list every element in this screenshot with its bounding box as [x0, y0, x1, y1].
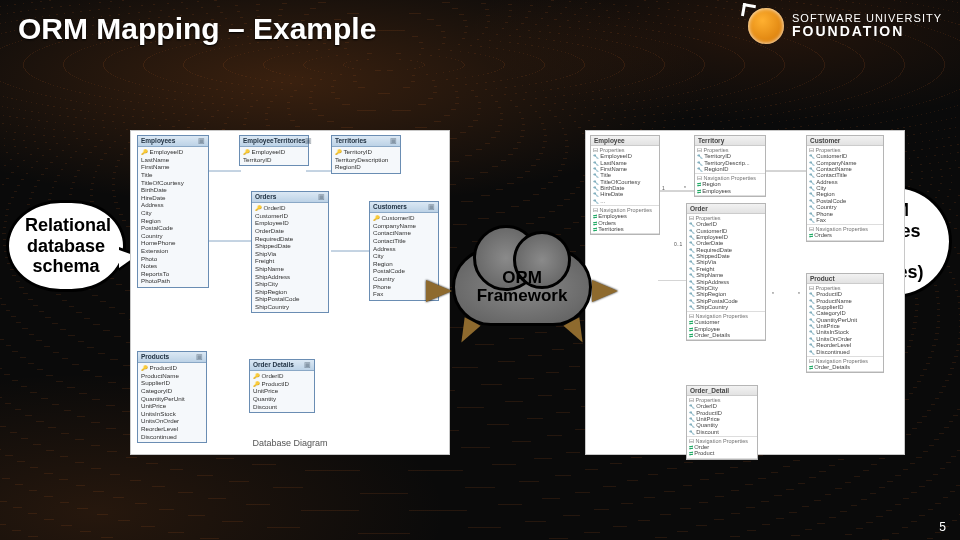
db-schema-panel: Employees EmployeeIDLastNameFirstNameTit… [130, 130, 450, 455]
orm-framework-cloud: ORM Framework [452, 248, 592, 326]
field: ContactName [373, 229, 435, 237]
field: RequiredDate [255, 234, 325, 242]
field: ShipName [255, 265, 325, 273]
entities-panel: Employee PropertiesEmployeeIDLastNameFir… [585, 130, 905, 455]
field: Orders [809, 232, 881, 238]
field: FirstName [141, 163, 205, 171]
field: EmployeeID [141, 148, 205, 156]
table-order-details: Order Details OrderIDProductIDUnitPriceQ… [249, 359, 315, 413]
field: RegionID [697, 166, 763, 172]
table-employees: Employees EmployeeIDLastNameFirstNameTit… [137, 135, 209, 288]
field: TitleOfCourtesy [141, 178, 205, 186]
entity-customer: Customer PropertiesCustomerIDCompanyName… [806, 135, 884, 242]
table-orders: Orders OrderIDCustomerIDEmployeeIDOrderD… [251, 191, 329, 313]
field: PostalCode [141, 224, 205, 232]
cardinality: 0..1 [674, 241, 682, 247]
cardinality: 1 [662, 185, 665, 191]
field: OrderID [255, 204, 325, 212]
field: ... [593, 198, 657, 204]
table-emp-territories: EmployeeTerritories EmployeeIDTerritoryI… [239, 135, 309, 166]
field: UnitsOnOrder [141, 417, 203, 425]
field: Photo [141, 254, 205, 262]
arrow-out-cloud-icon [592, 280, 618, 302]
field: EmployeeID [243, 148, 305, 156]
field: OrderID [253, 372, 311, 380]
field: Country [141, 232, 205, 240]
field: TerritoryDescription [335, 156, 397, 164]
softuni-logo: SOFTWARE UNIVERSITY FOUNDATION [748, 8, 942, 44]
field: ShipCountry [255, 303, 325, 311]
field: ContactTitle [373, 237, 435, 245]
slide-title: ORM Mapping – Example [18, 12, 376, 46]
entity-product: Product PropertiesProductIDProductNameSu… [806, 273, 884, 373]
field: ShipAddress [255, 272, 325, 280]
bubble-db-schema: Relational database schema [6, 200, 126, 292]
field: OrderDate [255, 227, 325, 235]
field: Fax [809, 217, 881, 223]
bubble-left-l2: database [25, 236, 107, 257]
field: UnitPrice [253, 387, 311, 395]
field: TerritoryID [243, 156, 305, 164]
field: UnitsInStock [141, 410, 203, 418]
field: City [373, 252, 435, 260]
entity-order-detail: Order_Detail PropertiesOrderIDProductIDU… [686, 385, 758, 460]
cardinality: * [772, 291, 774, 297]
field: HomePhone [141, 239, 205, 247]
bulb-icon [748, 8, 784, 44]
field: PostalCode [373, 267, 435, 275]
field: QuantityPerUnit [141, 394, 203, 402]
field: CustomerID [255, 212, 325, 220]
field: Discount [253, 402, 311, 410]
field: Extension [141, 247, 205, 255]
entity-territory: Territory PropertiesTerritoryIDTerritory… [694, 135, 766, 197]
field: CompanyName [373, 222, 435, 230]
cloud-l1: ORM [502, 269, 542, 287]
field: EmployeeID [255, 219, 325, 227]
field: BirthDate [141, 186, 205, 194]
field: Address [373, 244, 435, 252]
field: ShipVia [255, 250, 325, 258]
bubble-left-l1: Relational [25, 215, 107, 236]
field: Order_Details [689, 332, 763, 338]
field: Quantity [253, 395, 311, 403]
field: Notes [141, 262, 205, 270]
entity-order: Order PropertiesOrderIDCustomerIDEmploye… [686, 203, 766, 341]
field: Title [141, 171, 205, 179]
field: CustomerID [373, 214, 435, 222]
field: Freight [255, 257, 325, 265]
entity-employee: Employee PropertiesEmployeeIDLastNameFir… [590, 135, 660, 235]
bubble-left-l3: schema [25, 256, 107, 277]
field: Order_Details [809, 364, 881, 370]
field: ShipPostalCode [255, 295, 325, 303]
field: Region [141, 216, 205, 224]
field: ShippedDate [255, 242, 325, 250]
field: ReorderLevel [141, 425, 203, 433]
cloud-l2: Framework [477, 287, 568, 305]
field: Product [689, 450, 755, 456]
field: LastName [141, 156, 205, 164]
cardinality: * [684, 185, 686, 191]
field: Employees [697, 188, 763, 194]
field: TerritoryID [335, 148, 397, 156]
field: UnitPrice [141, 402, 203, 410]
field: SupplierID [141, 379, 203, 387]
field: ProductID [141, 364, 203, 372]
logo-line2: FOUNDATION [792, 23, 904, 39]
field: Territories [593, 226, 657, 232]
table-products: Products ProductIDProductNameSupplierIDC… [137, 351, 207, 443]
page-number: 5 [939, 520, 946, 534]
field: Address [141, 201, 205, 209]
field: Discontinued [809, 348, 881, 354]
field: Region [373, 260, 435, 268]
field: ProductID [253, 380, 311, 388]
field: RegionID [335, 163, 397, 171]
table-territories: Territories TerritoryIDTerritoryDescript… [331, 135, 401, 174]
field: ShipCountry [689, 304, 763, 310]
field: ShipCity [255, 280, 325, 288]
cardinality: * [798, 291, 800, 297]
field: CategoryID [141, 387, 203, 395]
logo-text: SOFTWARE UNIVERSITY FOUNDATION [792, 12, 942, 39]
field: Discount [689, 429, 755, 435]
field: City [141, 209, 205, 217]
field: ReportsTo [141, 270, 205, 278]
